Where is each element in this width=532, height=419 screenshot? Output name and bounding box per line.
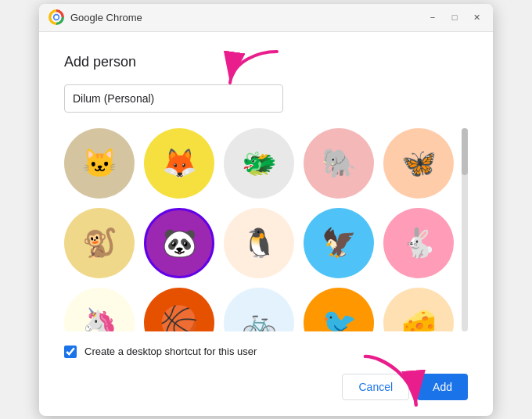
- avatars-grid-container: 🐱 🦊 🐲 🐘 🦋 🐒: [64, 128, 457, 331]
- avatars-scrollbar[interactable]: [462, 128, 468, 331]
- desktop-shortcut-label[interactable]: Create a desktop shortcut for this user: [84, 346, 257, 357]
- maximize-button[interactable]: □: [448, 10, 462, 24]
- avatar-4[interactable]: 🐘: [304, 128, 374, 199]
- chrome-dialog: Google Chrome − □ ✕ Add person: [39, 4, 493, 416]
- minimize-button[interactable]: −: [426, 10, 440, 24]
- avatar-10[interactable]: 🐇: [383, 208, 454, 278]
- avatars-grid: 🐱 🦊 🐲 🐘 🦋 🐒: [64, 128, 457, 331]
- titlebar: Google Chrome − □ ✕: [39, 4, 493, 32]
- avatar-1[interactable]: 🐱: [64, 128, 135, 199]
- titlebar-title: Google Chrome: [70, 12, 426, 23]
- avatar-14[interactable]: 🐦: [304, 288, 374, 331]
- avatars-section: 🐱 🦊 🐲 🐘 🦋 🐒: [64, 128, 468, 331]
- avatar-8[interactable]: 🐧: [224, 208, 294, 278]
- avatar-2[interactable]: 🦊: [144, 128, 214, 199]
- dialog-content: Add person 🐱: [39, 32, 493, 416]
- desktop-shortcut-checkbox[interactable]: [64, 346, 77, 358]
- avatar-9[interactable]: 🦅: [304, 208, 374, 278]
- name-input-wrapper: [64, 84, 468, 113]
- avatar-15[interactable]: 🧀: [383, 288, 454, 331]
- dialog-buttons: Cancel Add: [64, 374, 468, 400]
- avatar-7[interactable]: 🐼: [144, 208, 214, 278]
- avatar-12[interactable]: 🏀: [144, 288, 214, 331]
- svg-point-1: [55, 16, 59, 20]
- scrollbar-thumb: [462, 128, 468, 175]
- close-button[interactable]: ✕: [469, 10, 483, 24]
- avatar-13[interactable]: 🚲: [224, 288, 294, 331]
- cancel-button[interactable]: Cancel: [342, 374, 409, 400]
- avatar-5[interactable]: 🦋: [383, 128, 454, 199]
- avatar-6[interactable]: 🐒: [64, 208, 135, 278]
- avatar-3[interactable]: 🐲: [224, 128, 294, 199]
- add-button[interactable]: Add: [417, 374, 468, 400]
- desktop-shortcut-row: Create a desktop shortcut for this user: [64, 346, 468, 358]
- chrome-logo-icon: [49, 9, 64, 25]
- window-controls: − □ ✕: [426, 10, 483, 24]
- avatar-11[interactable]: 🦄: [64, 288, 135, 331]
- arrow-to-input-icon: [221, 47, 283, 94]
